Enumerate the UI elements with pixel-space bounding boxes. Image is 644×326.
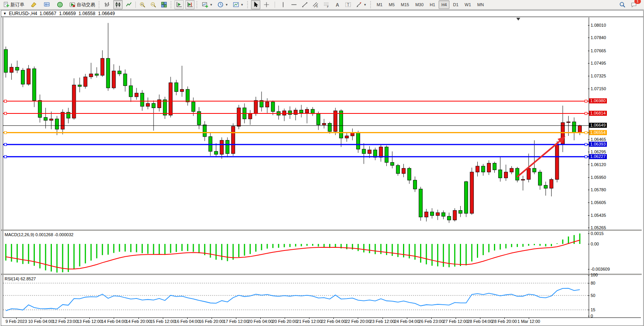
timeframe-w1-button[interactable]: W1 bbox=[462, 0, 474, 9]
dropdown-caret-icon[interactable]: ▼ bbox=[241, 3, 244, 7]
candle-body-down bbox=[493, 163, 496, 170]
line-handle[interactable] bbox=[4, 100, 7, 102]
candle-body-down bbox=[413, 180, 417, 189]
candle bbox=[339, 109, 343, 147]
timeframe-m15-button[interactable]: M15 bbox=[398, 0, 412, 9]
candle-body-down bbox=[516, 168, 519, 180]
arrows-button[interactable]: ▼ bbox=[354, 0, 368, 9]
candle-body-down bbox=[544, 185, 547, 189]
dropdown-caret-icon[interactable]: ▼ bbox=[225, 3, 228, 7]
chart-symbol-period: EURUSD-,H4 bbox=[9, 11, 37, 16]
text-button[interactable]: A bbox=[333, 0, 342, 9]
time-axis-label: 20 Feb 04:00 bbox=[248, 319, 273, 324]
metaeditor-icon bbox=[44, 2, 50, 8]
candle bbox=[379, 144, 383, 162]
template-button[interactable]: ▼ bbox=[231, 0, 245, 9]
timeframe-m1-button[interactable]: M1 bbox=[374, 0, 385, 9]
hline-1.06980[interactable] bbox=[3, 100, 589, 102]
signal-button[interactable] bbox=[55, 0, 65, 9]
candle-body-down bbox=[288, 111, 292, 115]
new-order-button[interactable]: 新订单 bbox=[2, 0, 26, 9]
candle-body-down bbox=[15, 67, 19, 70]
auto-scroll-button[interactable] bbox=[174, 0, 184, 9]
candle-body-down bbox=[362, 149, 366, 153]
candle bbox=[226, 137, 229, 157]
metaeditor-button[interactable] bbox=[42, 0, 51, 9]
svg-text:A: A bbox=[336, 2, 339, 8]
line-handle[interactable] bbox=[585, 112, 587, 115]
line-handle[interactable] bbox=[585, 100, 587, 102]
autotrading-button[interactable]: 自动交易 bbox=[68, 0, 97, 9]
tile-windows-button[interactable] bbox=[159, 0, 169, 9]
line-handle[interactable] bbox=[4, 112, 7, 115]
timeframe-d1-button[interactable]: D1 bbox=[450, 0, 461, 9]
candle-body-down bbox=[21, 70, 25, 84]
trendline-button[interactable] bbox=[300, 0, 309, 9]
line-handle[interactable] bbox=[4, 143, 7, 146]
svg-text:F: F bbox=[327, 5, 328, 8]
vertical-line-button[interactable] bbox=[278, 0, 288, 9]
toolbar-grip bbox=[171, 1, 173, 8]
period-button[interactable]: ▼ bbox=[216, 0, 230, 9]
bar-chart-button[interactable] bbox=[102, 0, 112, 9]
chart-title-bar[interactable]: ▼ EURUSD-,H4 1.06567 1.06659 1.06558 1.0… bbox=[1, 10, 643, 17]
candle-body-down bbox=[123, 74, 127, 86]
hline-1.06227[interactable] bbox=[3, 156, 589, 158]
candle-body-down bbox=[44, 117, 47, 120]
time-axis-label: 10 Feb 04:00 bbox=[28, 319, 53, 324]
fibonacci-button[interactable]: F bbox=[322, 0, 331, 9]
candle bbox=[67, 108, 70, 123]
search-button[interactable] bbox=[618, 0, 627, 9]
cursor-button[interactable] bbox=[251, 0, 260, 9]
horizontal-line-button[interactable] bbox=[289, 0, 299, 9]
candle-body-down bbox=[203, 125, 207, 136]
candlestick-button[interactable] bbox=[113, 0, 123, 9]
zoom-in-button[interactable] bbox=[138, 0, 147, 9]
highlighter-button[interactable] bbox=[29, 0, 38, 9]
price-chart-plot[interactable] bbox=[3, 17, 589, 230]
window-menu-icon[interactable]: ▼ bbox=[3, 12, 7, 15]
line-handle[interactable] bbox=[4, 132, 7, 134]
dropdown-caret-icon[interactable]: ▼ bbox=[210, 3, 213, 7]
timeframe-mn-button[interactable]: MN bbox=[475, 0, 487, 9]
candle bbox=[106, 23, 110, 91]
zoom-out-button[interactable] bbox=[149, 0, 158, 9]
time-axis-label: 27 Feb 12:00 bbox=[443, 319, 468, 324]
line-handle[interactable] bbox=[4, 156, 7, 158]
hline-1.06393[interactable] bbox=[3, 143, 589, 146]
chart-type-group bbox=[102, 0, 133, 9]
line-handle[interactable] bbox=[585, 143, 587, 146]
time-axis-label: 1 Mar 12:00 bbox=[518, 319, 540, 324]
line-handle[interactable] bbox=[585, 132, 587, 134]
candle-body-down bbox=[226, 140, 229, 153]
crosshair-button[interactable] bbox=[262, 0, 271, 9]
chart-shift-button[interactable] bbox=[185, 0, 195, 9]
candle bbox=[334, 108, 337, 135]
time-axis-label: 24 Feb 04:00 bbox=[394, 319, 419, 324]
hline-1.06554[interactable] bbox=[3, 132, 589, 134]
candle bbox=[476, 162, 479, 177]
candle-body-down bbox=[385, 147, 388, 163]
timeframe-h1-button[interactable]: H1 bbox=[427, 0, 438, 9]
line-chart-button[interactable] bbox=[124, 0, 133, 9]
price-axis-tick bbox=[588, 215, 589, 216]
scroll-group bbox=[174, 0, 195, 9]
chat-button[interactable]: 1 bbox=[629, 0, 639, 9]
dropdown-caret-icon[interactable]: ▼ bbox=[364, 3, 367, 7]
candle bbox=[118, 66, 121, 76]
timeframe-m30-button[interactable]: M30 bbox=[413, 0, 426, 9]
candle-body-down bbox=[186, 89, 190, 102]
zoom-in-icon bbox=[139, 2, 145, 8]
rsi-panel[interactable] bbox=[3, 275, 589, 317]
candle bbox=[385, 146, 388, 166]
candle-body-down bbox=[95, 74, 99, 75]
timeframe-h4-button[interactable]: H4 bbox=[439, 0, 449, 9]
macd-panel[interactable] bbox=[3, 231, 589, 273]
label-icon: T bbox=[345, 2, 351, 8]
line-handle[interactable] bbox=[585, 156, 587, 158]
channel-button[interactable]: E bbox=[311, 0, 320, 9]
arrow-shaft[interactable] bbox=[517, 141, 560, 177]
label-button[interactable]: T bbox=[343, 0, 353, 9]
timeframe-m5-button[interactable]: M5 bbox=[386, 0, 397, 9]
new-chart-button[interactable]: ▼ bbox=[200, 0, 214, 9]
